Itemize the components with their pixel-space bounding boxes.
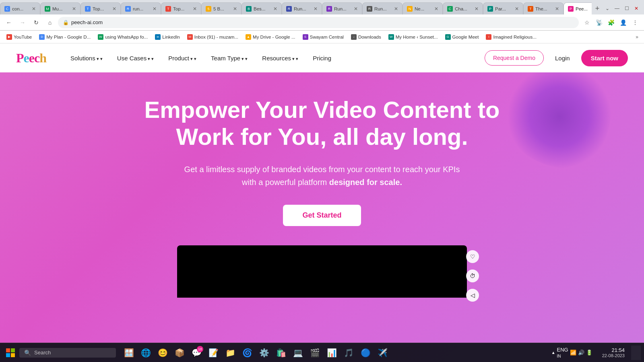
browser-tab[interactable]: C con... ✕	[0, 2, 40, 14]
taskbar-app-vscode[interactable]: 💻	[290, 345, 306, 361]
extensions-button[interactable]: 🧩	[605, 17, 617, 28]
request-demo-button[interactable]: Request a Demo	[485, 50, 544, 66]
taskbar-app-whatsapp[interactable]: 💬18	[188, 345, 204, 361]
bookmark-label: YouTube	[14, 35, 32, 39]
tab-close-button[interactable]: ✕	[555, 6, 559, 12]
back-button[interactable]: ←	[3, 17, 14, 28]
taskbar-app-explorer[interactable]: 🪟	[121, 345, 137, 361]
tab-search-button[interactable]: ⌄	[603, 4, 612, 13]
tab-close-button[interactable]: ✕	[434, 6, 438, 12]
reload-button[interactable]: ↻	[31, 17, 42, 28]
tab-favicon: N	[407, 6, 413, 12]
bookmark-item[interactable]: W using WhatsApp fo...	[95, 33, 151, 41]
tab-close-button[interactable]: ✕	[153, 6, 157, 12]
close-button[interactable]: ✕	[632, 4, 641, 13]
address-input[interactable]: 🔒 peech-ai.com	[58, 17, 579, 28]
browser-tab[interactable]: T Top... ✕	[161, 2, 201, 14]
new-tab-button[interactable]: +	[592, 3, 603, 14]
nav-link[interactable]: Team Type ▾	[211, 55, 248, 62]
bookmark-item[interactable]: S Swayam Central	[299, 33, 347, 41]
nav-link[interactable]: Pricing	[313, 55, 331, 62]
tray-up-arrow[interactable]: ▲	[551, 350, 555, 355]
address-bar: ← → ↻ ⌂ 🔒 peech-ai.com ☆ 📡 🧩 👤 ⋮	[0, 14, 644, 31]
browser-tab[interactable]: N Ne... ✕	[402, 2, 443, 14]
taskbar-app-sticky-notes[interactable]: 📝	[205, 345, 221, 361]
browser-tab[interactable]: B Bes... ✕	[242, 2, 282, 14]
share-icon[interactable]: ◁	[466, 289, 479, 302]
bookmark-item[interactable]: ▲ My Drive - Google ...	[242, 33, 298, 41]
bookmark-item[interactable]: G Google Meet	[442, 33, 482, 41]
get-started-button[interactable]: Get Started	[283, 205, 361, 226]
watch-later-icon[interactable]: ⏱	[466, 269, 479, 282]
taskbar-clock[interactable]: 21:54 22-08-2023	[599, 347, 628, 358]
bookmark-item[interactable]: D My Plan - Google D...	[36, 33, 94, 41]
bookmark-label: using WhatsApp fo...	[105, 35, 148, 39]
tab-close-button[interactable]: ✕	[354, 6, 358, 12]
site-logo[interactable]: Peech	[16, 51, 46, 66]
browser-tab[interactable]: R Run... ✕	[362, 2, 402, 14]
browser-tab[interactable]: R Run... ✕	[322, 2, 362, 14]
tab-close-button[interactable]: ✕	[515, 6, 519, 12]
tab-close-button[interactable]: ✕	[475, 6, 479, 12]
like-icon[interactable]: ♡	[466, 250, 479, 263]
browser-tab[interactable]: C Cha... ✕	[443, 2, 483, 14]
tab-close-button[interactable]: ✕	[233, 6, 237, 12]
tab-close-button[interactable]: ✕	[193, 6, 197, 12]
taskbar-app-edge[interactable]: 🌀	[239, 345, 255, 361]
tab-close-button[interactable]: ✕	[314, 6, 318, 12]
start-now-button[interactable]: Start now	[581, 50, 628, 66]
bookmark-item[interactable]: in LinkedIn	[152, 33, 183, 41]
bookmark-item[interactable]: M Inbox (91) - muzam...	[184, 33, 242, 41]
home-button[interactable]: ⌂	[44, 17, 56, 28]
taskbar-app-files[interactable]: 📁	[222, 345, 238, 361]
taskbar-app-settings[interactable]: ⚙️	[256, 345, 272, 361]
taskbar-app-chrome[interactable]: 🌐	[138, 345, 154, 361]
svg-rect-1	[11, 348, 15, 352]
bookmarks-more-button[interactable]: »	[633, 33, 641, 41]
nav-link[interactable]: Resources ▾	[262, 55, 298, 62]
login-button[interactable]: Login	[549, 51, 576, 66]
browser-tab[interactable]: P Par... ✕	[483, 2, 523, 14]
cast-button[interactable]: 📡	[593, 17, 605, 28]
maximize-button[interactable]: ☐	[622, 4, 631, 13]
taskbar-app-excel[interactable]: 📊	[324, 345, 340, 361]
tab-close-button[interactable]: ✕	[394, 6, 398, 12]
tab-close-button[interactable]: ✕	[273, 6, 277, 12]
tab-close-button[interactable]: ✕	[112, 6, 116, 12]
forward-button[interactable]: →	[17, 17, 28, 28]
bookmark-item[interactable]: ▶ YouTube	[3, 33, 35, 41]
taskbar-app-emoji[interactable]: 😊	[155, 345, 171, 361]
browser-tab[interactable]: 5 5 B... ✕	[201, 2, 242, 14]
nav-link[interactable]: Product ▾	[168, 55, 196, 62]
nav-link[interactable]: Use Cases ▾	[117, 55, 154, 62]
browser-tab[interactable]: R Run... ✕	[282, 2, 322, 14]
browser-tab[interactable]: T Top... ✕	[80, 2, 121, 14]
bookmark-item[interactable]: ↓ Downloads	[348, 33, 384, 41]
taskbar-app-widgets[interactable]: 📦	[171, 345, 188, 361]
menu-button[interactable]: ⋮	[630, 17, 641, 28]
tab-close-button[interactable]: ✕	[32, 6, 36, 12]
taskbar-app-chrome2[interactable]: 🔵	[357, 345, 374, 361]
browser-tab[interactable]: P Pee... ✕	[564, 2, 592, 14]
taskbar-app-netflix[interactable]: 🎬	[307, 345, 323, 361]
taskbar-search[interactable]: 🔍 Search	[19, 348, 116, 358]
browser-tab[interactable]: T The... ✕	[523, 2, 564, 14]
bookmark-item[interactable]: W My Home ‹ Sunset...	[385, 33, 441, 41]
bookmark-item[interactable]: I Imagined Religious...	[483, 33, 539, 41]
browser-tab[interactable]: R run... ✕	[121, 2, 161, 14]
tab-close-button[interactable]: ✕	[72, 6, 76, 12]
nav-link[interactable]: Solutions ▾	[70, 55, 103, 62]
tab-favicon: C	[4, 6, 10, 12]
show-desktop-button[interactable]	[631, 346, 641, 360]
taskbar-app-spotify[interactable]: 🎵	[341, 345, 357, 361]
taskbar-app-microsoft-store[interactable]: 🛍️	[273, 345, 289, 361]
start-menu-button[interactable]	[3, 346, 18, 360]
minimize-button[interactable]: —	[613, 4, 621, 13]
app-badge: 18	[197, 346, 203, 352]
profile-button[interactable]: 👤	[617, 17, 629, 28]
browser-tab[interactable]: M Mu... ✕	[40, 2, 80, 14]
volume-icon: 🔊	[578, 350, 584, 356]
bookmark-star-button[interactable]: ☆	[581, 17, 592, 28]
taskbar-app-telegram[interactable]: ✈️	[374, 345, 390, 361]
tab-favicon: C	[447, 6, 453, 12]
